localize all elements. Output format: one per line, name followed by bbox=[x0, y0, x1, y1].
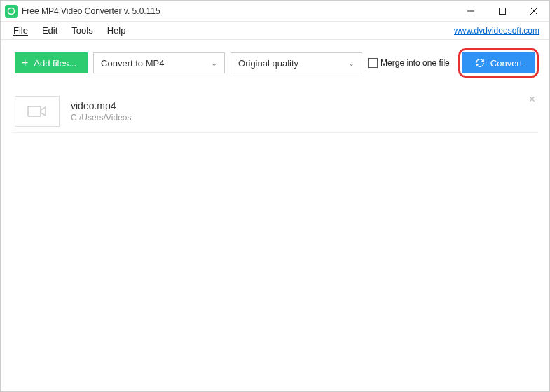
video-thumbnail bbox=[15, 96, 60, 127]
format-dropdown[interactable]: Convert to MP4 ⌄ bbox=[93, 52, 225, 74]
plus-icon: + bbox=[22, 57, 28, 69]
chevron-down-icon: ⌄ bbox=[348, 59, 355, 68]
website-link[interactable]: www.dvdvideosoft.com bbox=[454, 26, 539, 36]
titlebar: Free MP4 Video Converter v. 5.0.115 bbox=[1, 1, 549, 22]
format-selected: Convert to MP4 bbox=[101, 58, 164, 69]
minimize-button[interactable] bbox=[455, 1, 486, 21]
file-name: video.mp4 bbox=[71, 100, 131, 111]
close-button[interactable] bbox=[518, 1, 549, 21]
add-files-button[interactable]: + Add files... bbox=[15, 52, 88, 74]
menu-edit[interactable]: Edit bbox=[35, 24, 64, 37]
add-files-label: Add files... bbox=[34, 58, 76, 69]
chevron-down-icon: ⌄ bbox=[211, 59, 217, 68]
window-controls bbox=[455, 1, 549, 21]
convert-button[interactable]: Convert bbox=[462, 52, 535, 74]
merge-checkbox-wrap[interactable]: Merge into one file bbox=[368, 58, 450, 68]
merge-checkbox[interactable] bbox=[368, 58, 378, 68]
file-item[interactable]: video.mp4 C:/Users/Videos × bbox=[12, 90, 538, 133]
refresh-icon bbox=[475, 58, 485, 68]
file-path: C:/Users/Videos bbox=[71, 113, 131, 122]
menubar: File Edit Tools Help www.dvdvideosoft.co… bbox=[1, 22, 549, 40]
remove-file-button[interactable]: × bbox=[529, 93, 535, 106]
app-icon bbox=[5, 5, 18, 18]
merge-label: Merge into one file bbox=[380, 58, 450, 68]
file-list: video.mp4 C:/Users/Videos × bbox=[1, 85, 549, 391]
svg-point-0 bbox=[8, 8, 15, 14]
toolbar: + Add files... Convert to MP4 ⌄ Original… bbox=[1, 40, 549, 85]
svg-rect-5 bbox=[28, 106, 41, 116]
app-title: Free MP4 Video Converter v. 5.0.115 bbox=[22, 6, 455, 16]
menu-file[interactable]: File bbox=[6, 24, 35, 37]
quality-selected: Original quality bbox=[238, 58, 298, 69]
svg-rect-2 bbox=[499, 8, 505, 14]
file-meta: video.mp4 C:/Users/Videos bbox=[71, 100, 131, 122]
highlight-annotation: Convert bbox=[458, 48, 539, 78]
convert-label: Convert bbox=[490, 58, 523, 69]
quality-dropdown[interactable]: Original quality ⌄ bbox=[231, 52, 362, 74]
menu-help[interactable]: Help bbox=[100, 24, 133, 37]
menu-tools[interactable]: Tools bbox=[64, 24, 99, 37]
video-icon bbox=[27, 104, 47, 118]
maximize-button[interactable] bbox=[486, 1, 518, 21]
